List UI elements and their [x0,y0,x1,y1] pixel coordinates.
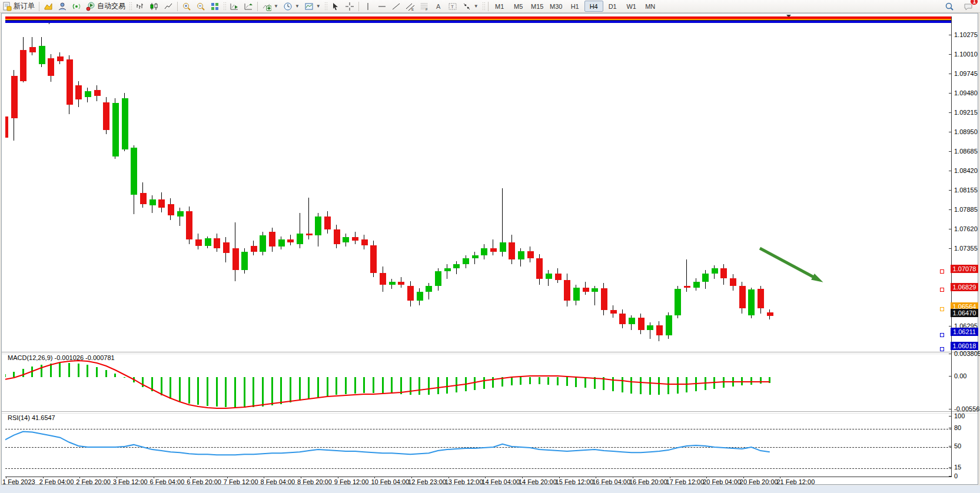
timeframe-button-m5[interactable]: M5 [509,1,528,12]
candle[interactable] [702,274,709,282]
trendline-button[interactable] [389,0,403,12]
horizontal-line[interactable] [5,22,951,23]
candle[interactable] [546,274,552,279]
candle[interactable] [555,274,562,280]
candlestick-chart-button[interactable] [147,0,161,12]
candle[interactable] [67,59,73,105]
candle[interactable] [426,286,432,292]
candle[interactable] [453,264,460,268]
candle[interactable] [730,278,736,287]
candle[interactable] [334,229,340,244]
candle[interactable] [352,237,358,241]
candle[interactable] [536,258,543,279]
candle[interactable] [509,242,515,260]
zoom-in-button[interactable] [180,0,194,12]
candle[interactable] [20,50,26,81]
chevron-down-icon[interactable]: ▼ [274,4,278,9]
autotrading-button[interactable]: 自动交易 [84,0,128,12]
chart-shift-button[interactable] [241,0,255,12]
candle[interactable] [103,102,109,130]
candle[interactable] [122,98,128,149]
zoom-out-button[interactable] [194,0,208,12]
line-anchor-marker[interactable] [940,288,944,292]
timeframe-button-m30[interactable]: M30 [547,1,566,12]
candle[interactable] [417,292,423,301]
candle[interactable] [573,288,580,301]
candle[interactable] [675,289,681,315]
price-pane[interactable] [5,16,951,352]
bar-chart-button[interactable] [133,0,147,12]
candle[interactable] [629,318,635,324]
profiles-button[interactable] [41,0,55,12]
candle[interactable] [131,148,137,195]
candle[interactable] [48,58,54,76]
candle[interactable] [112,103,119,156]
candle[interactable] [158,199,165,208]
candle[interactable] [518,251,524,260]
community-button[interactable] [55,0,69,12]
auto-scroll-button[interactable] [227,0,241,12]
timeframe-button-w1[interactable]: W1 [622,1,641,12]
horizontal-line-button[interactable] [375,0,389,12]
timeframe-button-m15[interactable]: M15 [528,1,547,12]
macd-pane[interactable] [5,353,951,411]
candle[interactable] [324,216,331,229]
line-anchor-marker[interactable] [940,307,944,311]
rsi-pane[interactable] [5,413,951,477]
chevron-down-icon[interactable]: ▼ [316,4,321,9]
timeframe-button-m1[interactable]: M1 [490,1,509,12]
candle[interactable] [758,289,764,308]
chevron-down-icon[interactable]: ▼ [295,4,300,9]
candle[interactable] [306,234,313,236]
candle[interactable] [5,116,8,138]
candle[interactable] [241,252,248,270]
candle[interactable] [195,239,202,246]
line-anchor-marker[interactable] [940,333,944,337]
candle[interactable] [564,280,570,301]
candle[interactable] [527,251,534,258]
candle[interactable] [638,318,645,330]
vertical-line-button[interactable] [361,0,375,12]
periods-button[interactable]: ▼ [281,0,302,12]
channel-button[interactable]: E [403,0,417,12]
candle[interactable] [260,235,266,251]
candle[interactable] [297,234,303,245]
candle[interactable] [140,193,147,204]
candle[interactable] [500,242,506,252]
timeframe-button-d1[interactable]: D1 [603,1,622,12]
line-anchor-marker[interactable] [940,347,944,351]
candle[interactable] [94,90,101,96]
candle[interactable] [39,46,45,64]
candle[interactable] [610,310,617,314]
candle[interactable] [767,312,773,316]
candle[interactable] [666,315,672,335]
candle[interactable] [693,282,700,288]
candle[interactable] [592,288,598,292]
candle[interactable] [619,314,626,324]
candle[interactable] [278,239,285,246]
candle[interactable] [315,216,321,235]
candle[interactable] [75,85,82,99]
candle[interactable] [720,268,727,278]
tile-windows-button[interactable] [208,0,222,12]
candle[interactable] [435,271,441,286]
fibonacci-button[interactable]: F [417,0,431,12]
candle[interactable] [205,238,211,245]
candle[interactable] [583,288,589,292]
candle[interactable] [186,211,192,239]
candle[interactable] [481,248,487,255]
candle[interactable] [223,242,230,254]
candle[interactable] [214,238,220,248]
candle[interactable] [389,282,396,285]
line-chart-button[interactable] [161,0,175,12]
candle[interactable] [150,199,156,205]
new-order-button[interactable]: 新订单 [0,0,37,12]
timeframe-button-h1[interactable]: H1 [566,1,584,12]
notifications-button[interactable]: 1 [961,0,975,12]
candle[interactable] [370,245,377,273]
chevron-down-icon[interactable]: ▼ [474,4,479,9]
timeframe-button-mn[interactable]: MN [641,1,660,12]
candle[interactable] [269,232,275,246]
candle[interactable] [380,273,386,285]
candle[interactable] [656,325,663,335]
